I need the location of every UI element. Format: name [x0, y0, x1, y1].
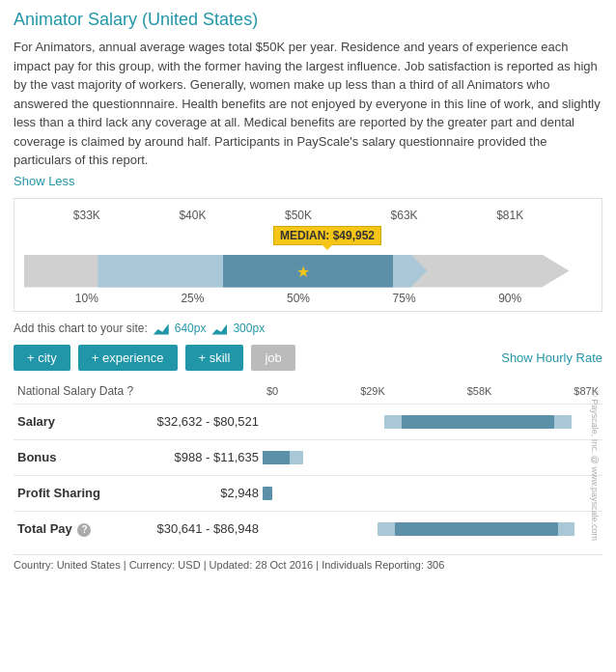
add-chart-label: Add this chart to your site:	[14, 322, 148, 335]
table-row: Total Pay ? $30,641 - $86,948	[14, 511, 602, 546]
median-tooltip-wrapper: MEDIAN: $49,952	[159, 226, 592, 253]
total-pay-question-mark[interactable]: ?	[77, 523, 91, 537]
row-bar-totalpay	[259, 519, 599, 539]
row-bar-bonus	[259, 448, 599, 467]
axis-label-0: $33K	[68, 209, 106, 222]
salary-table-section: National Salary Data ? $0 $29K $58K $87K…	[14, 384, 602, 546]
salary-chart: $33K $40K $50K $63K $81K MEDIAN: $49,952…	[14, 198, 602, 312]
chart-icon-1	[154, 322, 169, 335]
mini-bar-salary-fg	[402, 415, 554, 429]
title-location: (United States)	[142, 10, 258, 29]
mini-bar-bonus-fg	[263, 451, 290, 464]
table-col-label: National Salary Data ?	[17, 384, 143, 398]
table-row: Profit Sharing $2,948	[14, 475, 602, 511]
pct-label-0: 10%	[72, 292, 101, 305]
footer-text: Country: United States | Currency: USD |…	[14, 554, 602, 574]
row-value-bonus: $988 - $11,635	[143, 450, 259, 464]
bar-axis-2: $58K	[467, 385, 492, 397]
experience-button[interactable]: + experience	[78, 345, 178, 371]
table-row: Bonus $988 - $11,635	[14, 439, 602, 475]
row-value-totalpay: $30,641 - $86,948	[143, 521, 259, 536]
show-less-link[interactable]: Show Less	[14, 174, 602, 188]
row-label-bonus: Bonus	[17, 450, 143, 464]
title-text: Animator Salary	[14, 10, 137, 29]
row-bar-profit	[259, 484, 599, 503]
show-hourly-rate-link[interactable]: Show Hourly Rate	[501, 350, 602, 365]
buttons-row: + city + experience + skill job Show Hou…	[14, 345, 602, 371]
skill-button[interactable]: + skill	[185, 345, 244, 371]
add-chart-300[interactable]: 300px	[233, 322, 265, 335]
axis-label-3: $63K	[385, 209, 424, 222]
salary-bar-wrapper: ★	[24, 255, 592, 288]
median-star-icon: ★	[296, 262, 310, 280]
page-title: Animator Salary (United States)	[14, 10, 602, 30]
bar-axis-1: $29K	[360, 385, 385, 397]
pct-label-2: 50%	[284, 292, 313, 305]
pct-label-4: 90%	[495, 292, 524, 305]
salary-bar-container: ★	[24, 255, 592, 288]
row-label-salary: Salary	[17, 414, 143, 429]
pct-label-1: 25%	[178, 292, 207, 305]
payscale-watermark: © Payscale, Inc. @ www.payscale.com	[587, 384, 602, 546]
row-label-profit: Profit Sharing	[17, 486, 143, 500]
axis-label-4: $81K	[490, 209, 529, 222]
pct-label-3: 75%	[390, 292, 419, 305]
salary-table-header: National Salary Data ? $0 $29K $58K $87K	[14, 384, 602, 398]
mini-bar-totalpay-fg	[395, 522, 558, 536]
chart-icon-2	[211, 322, 227, 335]
percentile-axis: 10% 25% 50% 75% 90%	[24, 292, 592, 305]
row-bar-salary	[259, 412, 599, 432]
row-value-profit: $2,948	[143, 486, 259, 500]
description-text: For Animators, annual average wages tota…	[14, 38, 602, 170]
axis-label-2: $50K	[279, 209, 318, 222]
add-chart-640[interactable]: 640px	[175, 322, 207, 335]
mini-bar-profit-fg	[263, 487, 273, 500]
table-col-bar-header: $0 $29K $58K $87K	[259, 385, 599, 397]
city-button[interactable]: + city	[14, 345, 70, 371]
row-value-salary: $32,632 - $80,521	[143, 414, 259, 429]
salary-axis: $33K $40K $50K $63K $81K	[24, 209, 592, 222]
table-row: Salary $32,632 - $80,521	[14, 404, 602, 439]
median-tooltip: MEDIAN: $49,952	[273, 226, 381, 245]
job-button[interactable]: job	[251, 345, 294, 371]
bar-axis-0: $0	[266, 385, 278, 397]
row-label-totalpay: Total Pay ?	[17, 521, 143, 537]
add-chart-row: Add this chart to your site: 640px 300px	[14, 322, 602, 335]
axis-label-1: $40K	[173, 209, 211, 222]
table-header-question-mark[interactable]: ?	[126, 384, 133, 398]
